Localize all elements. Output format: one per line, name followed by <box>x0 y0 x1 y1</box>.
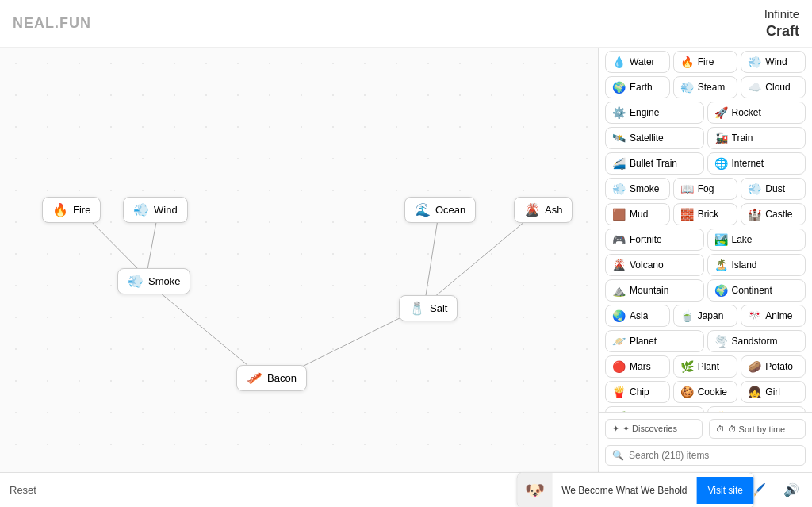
item-label: Satellite <box>630 133 664 144</box>
sidebar-item[interactable]: ☁️Cloud <box>741 76 806 98</box>
item-label: Water <box>630 56 655 67</box>
craft-node-salt[interactable]: 🧂Salt <box>399 295 458 321</box>
node-emoji: 🌋 <box>524 202 540 217</box>
sidebar-row-10: 🌏Asia🍵Japan🎌Anime <box>605 305 806 327</box>
sidebar-item[interactable]: 🌐Internet <box>707 152 806 175</box>
item-label: Earth <box>630 82 653 93</box>
sidebar-row-11: 🪐Planet🌪️Sandstorm <box>605 330 806 352</box>
sidebar-item[interactable]: 🌪️Sandstorm <box>707 330 806 352</box>
sidebar-item[interactable]: ⛰️Mountain <box>605 279 704 302</box>
sidebar-item[interactable]: 🎌Anime <box>741 305 806 327</box>
craft-node-smoke[interactable]: 💨Smoke <box>117 268 190 294</box>
sidebar-item[interactable]: 💨Steam <box>673 76 738 98</box>
svg-line-3 <box>424 209 539 305</box>
item-emoji: 🥔 <box>748 360 761 373</box>
sidebar-item[interactable]: 🔥Fire <box>673 51 738 73</box>
sidebar-item[interactable]: 🛰️Satellite <box>605 127 704 149</box>
sidebar-item[interactable]: 🚂Train <box>707 127 806 149</box>
node-emoji: 💨 <box>128 274 144 289</box>
sidebar-item[interactable]: 🌼Dandelion <box>707 406 806 412</box>
app-container: 🔥Fire💨Wind💨Smoke🌊Ocean🌋Ash🧂Salt🥓Bacon 💧W… <box>0 48 812 472</box>
node-label: Bacon <box>267 372 297 384</box>
sidebar-footer: ✦ ✦ Discoveries ⏱ ⏱ Sort by time 🔍 <box>599 412 812 472</box>
sidebar-item[interactable]: 🥔Potato <box>741 355 806 378</box>
reset-button[interactable]: Reset <box>10 484 36 496</box>
item-label: Asia <box>630 310 648 321</box>
sidebar-item[interactable]: 🎮Fortnite <box>605 229 704 251</box>
item-label: Mars <box>630 361 651 372</box>
item-emoji: 🚄 <box>612 157 626 170</box>
item-emoji: 💨 <box>612 182 626 195</box>
sidebar: 💧Water🔥Fire💨Wind🌍Earth💨Steam☁️Cloud⚙️Eng… <box>598 48 812 472</box>
sidebar-item[interactable]: 👧Girl <box>741 381 806 403</box>
sidebar-item[interactable]: 🍵Japan <box>673 305 738 327</box>
sidebar-item[interactable]: 🍪Cookie <box>673 381 738 403</box>
item-label: Internet <box>732 158 764 169</box>
sidebar-item[interactable]: 🏰Castle <box>741 203 806 225</box>
sidebar-item[interactable]: 💨Smoke <box>605 178 670 200</box>
discoveries-button[interactable]: ✦ ✦ Discoveries <box>605 419 703 439</box>
sidebar-item[interactable]: 🧱Brick <box>673 203 738 225</box>
sidebar-item[interactable]: 🟫Mud <box>605 203 670 225</box>
item-emoji: 🔴 <box>612 360 626 373</box>
item-label: Anime <box>765 310 792 321</box>
node-label: Ash <box>545 204 562 216</box>
item-emoji: ☁️ <box>748 81 761 94</box>
sidebar-item[interactable]: 🏞️Lake <box>707 229 806 251</box>
sidebar-item[interactable]: 🌋Volcano <box>605 254 704 276</box>
sort-button[interactable]: ⏱ ⏱ Sort by time <box>709 419 806 439</box>
sidebar-item[interactable]: 🌿Plant <box>673 355 738 378</box>
craft-node-ash[interactable]: 🌋Ash <box>514 197 573 223</box>
sidebar-item[interactable]: 🪐Planet <box>605 330 704 352</box>
svg-line-5 <box>147 282 262 377</box>
sidebar-row-9: ⛰️Mountain🌍Continent <box>605 279 806 302</box>
item-emoji: 💨 <box>680 81 694 94</box>
sidebar-row-3: 🛰️Satellite🚂Train <box>605 127 806 149</box>
item-emoji: 🍟 <box>612 386 626 398</box>
sidebar-item[interactable]: 🍟Chip <box>605 381 670 403</box>
sound-button[interactable]: 🔊 <box>780 479 802 501</box>
sidebar-item[interactable]: 💧Water <box>605 51 670 73</box>
craft-node-wind[interactable]: 💨Wind <box>123 197 188 223</box>
item-label: Cloud <box>765 82 790 93</box>
ad-visit-button[interactable]: Visit site <box>697 477 754 504</box>
item-emoji: 🏰 <box>748 208 761 221</box>
sidebar-item[interactable]: 🏝️Island <box>707 254 806 276</box>
item-emoji: 💧 <box>612 56 626 68</box>
sound-icon: 🔊 <box>783 483 799 497</box>
item-emoji: 🍪 <box>680 386 694 398</box>
search-input[interactable] <box>629 450 799 461</box>
sidebar-item[interactable]: 💨Dust <box>741 178 806 200</box>
sidebar-row-2: ⚙️Engine🚀Rocket <box>605 102 806 124</box>
item-label: Planet <box>630 336 657 347</box>
sidebar-item[interactable]: 💨Wind <box>741 51 806 73</box>
sidebar-item[interactable]: 🌏Asia <box>605 305 670 327</box>
item-label: Mountain <box>630 285 668 296</box>
item-emoji: 🔥 <box>680 56 694 68</box>
craft-node-ocean[interactable]: 🌊Ocean <box>404 197 476 223</box>
sidebar-item[interactable]: ⚙️Engine <box>605 102 704 124</box>
sidebar-item[interactable]: 🚀Rocket <box>707 102 806 124</box>
sidebar-item[interactable]: 📖Fog <box>673 178 738 200</box>
item-label: Dust <box>765 183 785 194</box>
item-label: Castle <box>765 209 792 220</box>
sidebar-row-1: 🌍Earth💨Steam☁️Cloud <box>605 76 806 98</box>
sidebar-item[interactable]: 🔴Mars <box>605 355 670 378</box>
item-emoji: 🍵 <box>680 309 694 322</box>
item-label: Brick <box>698 209 719 220</box>
node-label: Smoke <box>148 275 180 287</box>
canvas-area[interactable]: 🔥Fire💨Wind💨Smoke🌊Ocean🌋Ash🧂Salt🥓Bacon <box>0 48 598 472</box>
ad-banner: 🐶 We Become What We Behold Visit site <box>516 472 755 508</box>
craft-node-fire[interactable]: 🔥Fire <box>42 197 101 223</box>
sidebar-item[interactable]: 🚄Bullet Train <box>605 152 704 175</box>
sidebar-scroll[interactable]: 💧Water🔥Fire💨Wind🌍Earth💨Steam☁️Cloud⚙️Eng… <box>599 48 812 412</box>
sidebar-item[interactable]: 🌍Earth <box>605 76 670 98</box>
item-label: Train <box>732 133 753 144</box>
sidebar-item[interactable]: 🌍Continent <box>707 279 806 302</box>
sidebar-row-6: 🟫Mud🧱Brick🏰Castle <box>605 203 806 225</box>
item-emoji: 🚀 <box>714 106 728 119</box>
sidebar-item[interactable]: 🌿Swamp <box>605 406 704 412</box>
item-label: Continent <box>732 285 772 296</box>
craft-node-bacon[interactable]: 🥓Bacon <box>236 365 307 391</box>
item-emoji: 🌋 <box>612 259 626 271</box>
